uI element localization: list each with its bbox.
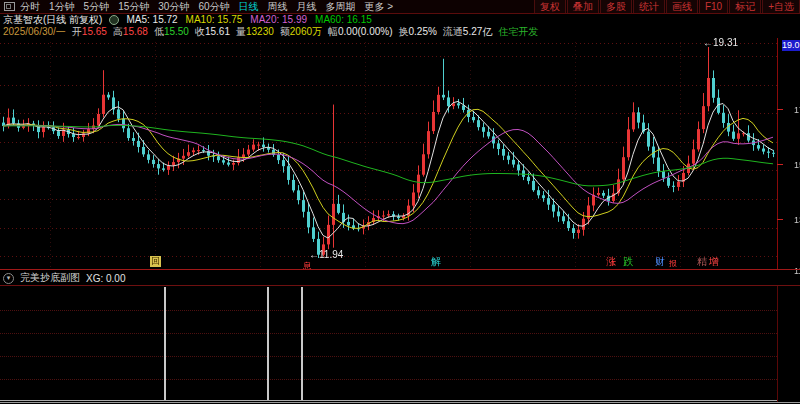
sub-chart-title[interactable]: 完美抄底副图	[20, 271, 80, 285]
period-tab[interactable]: 更多 >	[365, 0, 394, 13]
event-badge[interactable]: 解	[431, 257, 441, 267]
quote-field: 量13230	[236, 26, 274, 38]
window-layout-icon[interactable]	[4, 2, 15, 11]
toolbar-button[interactable]: +自选	[762, 0, 800, 13]
price-annotation: ←19.31	[703, 38, 738, 48]
toolbar-button[interactable]: 复权	[534, 0, 566, 13]
event-badge[interactable]: 涨	[606, 257, 616, 267]
toolbar-button[interactable]: 统计	[633, 0, 665, 13]
window-bottom-edge	[0, 402, 800, 403]
period-tab[interactable]: 1分钟	[49, 0, 75, 13]
event-badge[interactable]: 财	[655, 257, 665, 267]
event-badge[interactable]: 回	[150, 256, 161, 267]
panel-divider[interactable]	[0, 269, 800, 270]
y-axis-max-label: 19.0	[782, 40, 800, 51]
ma-value: MA5: 15.72	[126, 14, 177, 26]
sub-chart-panel[interactable]	[0, 286, 800, 403]
period-tab[interactable]: 月线	[297, 0, 317, 13]
period-tab[interactable]: 5分钟	[84, 0, 110, 13]
quote-field: 低15.50	[154, 26, 189, 38]
kline-chart-canvas[interactable]	[0, 38, 800, 270]
period-tabs: 分时1分钟5分钟15分钟30分钟60分钟日线周线月线多周期更多 >	[20, 0, 393, 13]
quote-field: 幅0.00(0.00%)	[328, 26, 392, 38]
period-tab[interactable]: 日线	[239, 0, 259, 13]
stock-title[interactable]: 京基智农(日线 前复权)	[3, 14, 102, 26]
indicator-settings-icon[interactable]	[109, 15, 119, 25]
price-annotation: ←11.94	[309, 250, 343, 260]
quote-field: 换0.25%	[399, 26, 437, 38]
quote-field: 住宅开发	[498, 26, 538, 38]
event-badge[interactable]: 报	[669, 259, 677, 269]
y-axis-tick-label: 11.5	[794, 266, 800, 276]
event-badge[interactable]: 精	[697, 257, 707, 267]
sub-chart-header: ▾ 完美抄底副图 XG: 0.00	[0, 271, 800, 285]
period-tab[interactable]: 分时	[20, 0, 40, 13]
quote-row: 2025/06/30/一 开15.65高15.68低15.50收15.61量13…	[3, 26, 538, 38]
event-badge[interactable]: 跌	[623, 257, 633, 267]
quote-field: 收15.61	[195, 26, 230, 38]
indicator-info-row: 京基智农(日线 前复权) MA5: 15.72MA10: 15.75MA20: …	[3, 14, 372, 26]
quote-field: 高15.68	[113, 26, 148, 38]
toolbar-button[interactable]: F10	[699, 0, 728, 13]
ma-value: MA20: 15.99	[250, 14, 307, 26]
sub-chart-gridline	[0, 333, 777, 334]
quote-field: 流通5.27亿	[443, 26, 492, 38]
signal-spike	[164, 287, 166, 400]
collapse-icon[interactable]: ▾	[3, 273, 14, 284]
sub-chart-axis-line	[777, 286, 778, 403]
ma-value: MA10: 15.75	[186, 14, 243, 26]
quote-date: 2025/06/30/一	[3, 26, 66, 38]
y-axis-tick-label: 17.2	[794, 105, 800, 115]
y-axis-tick-label: 15.3	[794, 160, 800, 170]
sub-chart-gridline	[0, 379, 777, 380]
period-tab[interactable]: 多周期	[326, 0, 356, 13]
period-tab[interactable]: 30分钟	[158, 0, 189, 13]
signal-spike	[267, 287, 269, 400]
toolbar-button[interactable]: 画线	[666, 0, 698, 13]
ma-value: MA60: 16.15	[315, 14, 372, 26]
period-tab[interactable]: 15分钟	[118, 0, 149, 13]
toolbar-button[interactable]: 叠加	[567, 0, 599, 13]
toolbar-button[interactable]: 多股	[600, 0, 632, 13]
sub-chart-gridline	[0, 356, 777, 357]
top-toolbar: 分时1分钟5分钟15分钟30分钟60分钟日线周线月线多周期更多 > 复权叠加多股…	[0, 0, 800, 14]
event-badge[interactable]: 增	[709, 257, 719, 267]
sub-chart-baseline	[0, 400, 777, 401]
sub-chart-value: XG: 0.00	[86, 273, 125, 284]
quote-field: 开15.65	[72, 26, 107, 38]
signal-spike	[301, 287, 303, 400]
quote-field: 额2060万	[280, 26, 322, 38]
period-tab[interactable]: 60分钟	[198, 0, 229, 13]
toolbar-button[interactable]: 标记	[729, 0, 761, 13]
toolbar-right-buttons: 复权叠加多股统计画线F10标记+自选	[533, 0, 800, 13]
y-axis-tick-label: 13.4	[794, 215, 800, 225]
tdx-window: 分时1分钟5分钟15分钟30分钟60分钟日线周线月线多周期更多 > 复权叠加多股…	[0, 0, 800, 404]
period-tab[interactable]: 周线	[268, 0, 288, 13]
ma-values: MA5: 15.72MA10: 15.75MA20: 15.99MA60: 16…	[126, 14, 371, 26]
sub-chart-gridline	[0, 310, 777, 311]
quote-fields: 开15.65高15.68低15.50收15.61量13230额2060万幅0.0…	[72, 26, 539, 38]
